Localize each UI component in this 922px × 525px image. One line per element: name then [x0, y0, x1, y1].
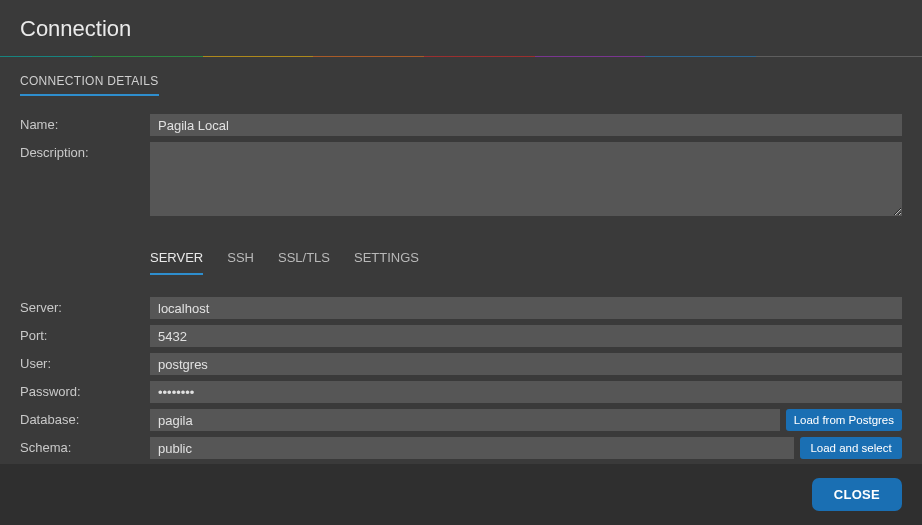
server-input[interactable]	[150, 297, 902, 319]
database-label: Database:	[20, 409, 150, 427]
dialog-content: CONNECTION DETAILS Name: Description: SE…	[0, 57, 922, 464]
load-and-select-button[interactable]: Load and select	[800, 437, 902, 459]
password-input[interactable]	[150, 381, 902, 403]
load-from-postgres-button[interactable]: Load from Postgres	[786, 409, 902, 431]
tab-settings[interactable]: SETTINGS	[354, 250, 419, 275]
tab-ssl[interactable]: SSL/TLS	[278, 250, 330, 275]
name-label: Name:	[20, 114, 150, 132]
close-button[interactable]: CLOSE	[812, 478, 902, 511]
section-title: CONNECTION DETAILS	[20, 74, 159, 96]
schema-label: Schema:	[20, 437, 150, 455]
tab-ssh[interactable]: SSH	[227, 250, 254, 275]
tab-server[interactable]: SERVER	[150, 250, 203, 275]
tabs: SERVER SSH SSL/TLS SETTINGS	[150, 250, 902, 275]
user-input[interactable]	[150, 353, 902, 375]
server-label: Server:	[20, 297, 150, 315]
database-input[interactable]	[150, 409, 780, 431]
description-label: Description:	[20, 142, 150, 160]
name-input[interactable]	[150, 114, 902, 136]
user-label: User:	[20, 353, 150, 371]
rainbow-divider	[0, 56, 922, 57]
port-input[interactable]	[150, 325, 902, 347]
dialog-title: Connection	[20, 16, 902, 42]
dialog-header: Connection	[0, 0, 922, 56]
password-label: Password:	[20, 381, 150, 399]
description-input[interactable]	[150, 142, 902, 216]
dialog-footer: CLOSE	[0, 464, 922, 525]
port-label: Port:	[20, 325, 150, 343]
schema-input[interactable]	[150, 437, 794, 459]
